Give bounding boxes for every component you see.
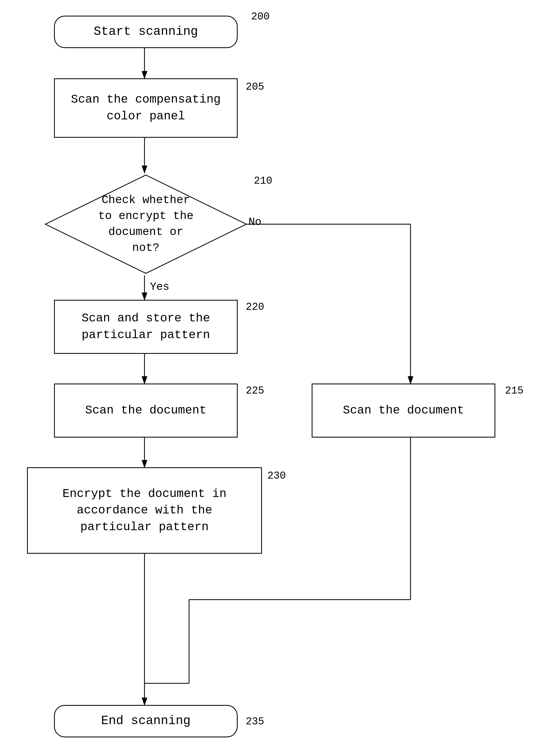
ref-230: 230 bbox=[267, 470, 286, 481]
node-210: Check whether to encrypt the document or… bbox=[43, 173, 249, 276]
node-230-label: Encrypt the document in accordance with … bbox=[62, 486, 226, 536]
ref-205: 205 bbox=[246, 81, 264, 93]
end-label: End scanning bbox=[101, 713, 190, 729]
node-220: Scan and store the particular pattern bbox=[54, 300, 238, 354]
ref-235: 235 bbox=[246, 716, 264, 727]
start-label: Start scanning bbox=[94, 24, 198, 40]
ref-215: 215 bbox=[505, 385, 523, 396]
node-205-label: Scan the compensating color panel bbox=[71, 91, 221, 125]
node-225: Scan the document bbox=[54, 383, 238, 437]
start-node: Start scanning bbox=[54, 16, 238, 48]
ref-220: 220 bbox=[246, 301, 264, 313]
node-230: Encrypt the document in accordance with … bbox=[27, 467, 262, 554]
node-215-label: Scan the document bbox=[343, 402, 464, 419]
node-225-label: Scan the document bbox=[85, 402, 207, 419]
node-215: Scan the document bbox=[312, 383, 495, 437]
ref-200: 200 bbox=[251, 11, 269, 23]
ref-225: 225 bbox=[246, 385, 264, 396]
ref-210: 210 bbox=[254, 175, 272, 186]
node-220-label: Scan and store the particular pattern bbox=[82, 310, 210, 343]
end-node: End scanning bbox=[54, 705, 238, 738]
no-label: No bbox=[249, 216, 261, 228]
yes-label: Yes bbox=[150, 281, 169, 293]
diamond-text: Check whether to encrypt the document or… bbox=[98, 192, 194, 256]
diagram: Start scanning 200 Scan the compensating… bbox=[0, 0, 555, 756]
node-205: Scan the compensating color panel bbox=[54, 78, 238, 138]
